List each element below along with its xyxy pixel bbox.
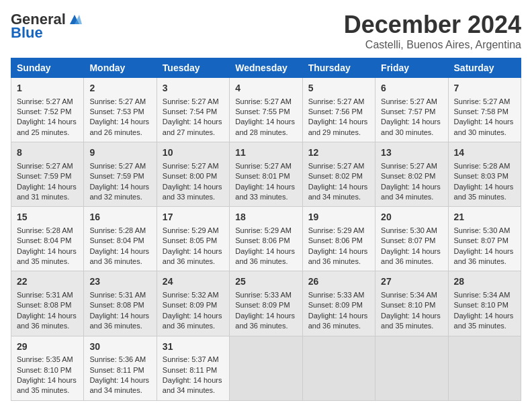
logo-blue: Blue	[11, 24, 43, 42]
calendar-cell: 17Sunrise: 5:29 AMSunset: 8:05 PMDayligh…	[157, 207, 229, 271]
daylight-label: Daylight: 14 hours and 29 minutes.	[308, 118, 368, 136]
sunset-label: Sunset: 8:11 PM	[89, 366, 144, 374]
sunrise-label: Sunrise: 5:30 AM	[454, 226, 511, 234]
daylight-label: Daylight: 14 hours and 34 minutes.	[89, 376, 149, 394]
calendar-cell: 30Sunrise: 5:36 AMSunset: 8:11 PMDayligh…	[84, 336, 157, 400]
calendar-cell: 27Sunrise: 5:34 AMSunset: 8:10 PMDayligh…	[375, 271, 448, 336]
sunset-label: Sunset: 8:10 PM	[17, 366, 71, 374]
sunset-label: Sunset: 8:08 PM	[17, 301, 71, 309]
calendar-cell: 20Sunrise: 5:30 AMSunset: 8:07 PMDayligh…	[375, 207, 448, 271]
sunrise-label: Sunrise: 5:28 AM	[454, 162, 511, 170]
day-number: 28	[454, 275, 515, 289]
day-number: 9	[89, 146, 150, 160]
sunset-label: Sunset: 8:07 PM	[381, 236, 435, 244]
sunset-label: Sunset: 8:03 PM	[454, 172, 508, 180]
calendar-cell: 24Sunrise: 5:32 AMSunset: 8:09 PMDayligh…	[157, 271, 229, 336]
sunrise-label: Sunrise: 5:33 AM	[235, 291, 292, 299]
day-number: 23	[89, 275, 150, 289]
sunset-label: Sunset: 7:57 PM	[381, 107, 435, 116]
page-header: General Blue December 2024 Castelli, Bue…	[11, 11, 521, 51]
logo-icon	[67, 12, 82, 27]
sunset-label: Sunset: 8:01 PM	[235, 172, 290, 180]
calendar-cell: 26Sunrise: 5:33 AMSunset: 8:09 PMDayligh…	[302, 271, 375, 336]
day-number: 7	[454, 82, 515, 95]
sunrise-label: Sunrise: 5:27 AM	[308, 97, 365, 105]
sunset-label: Sunset: 8:04 PM	[89, 236, 144, 244]
daylight-label: Daylight: 14 hours and 28 minutes.	[235, 118, 295, 136]
sunrise-label: Sunrise: 5:29 AM	[235, 226, 292, 234]
weekday-header-thursday: Thursday	[302, 58, 375, 78]
day-number: 14	[454, 146, 515, 160]
weekday-header-saturday: Saturday	[448, 58, 521, 78]
calendar-cell: 11Sunrise: 5:27 AMSunset: 8:01 PMDayligh…	[230, 142, 302, 207]
sunset-label: Sunset: 8:05 PM	[163, 236, 217, 244]
calendar-cell	[375, 336, 448, 400]
daylight-label: Daylight: 14 hours and 35 minutes.	[381, 312, 441, 330]
day-number: 5	[308, 82, 369, 95]
calendar-week-row: 8Sunrise: 5:27 AMSunset: 7:59 PMDaylight…	[11, 142, 521, 207]
calendar-cell: 31Sunrise: 5:37 AMSunset: 8:11 PMDayligh…	[157, 336, 229, 400]
daylight-label: Daylight: 14 hours and 36 minutes.	[17, 312, 77, 330]
sunrise-label: Sunrise: 5:29 AM	[163, 226, 219, 234]
calendar-cell: 12Sunrise: 5:27 AMSunset: 8:02 PMDayligh…	[302, 142, 375, 207]
sunset-label: Sunset: 7:59 PM	[17, 172, 71, 180]
sunset-label: Sunset: 8:10 PM	[381, 301, 435, 309]
sunrise-label: Sunrise: 5:27 AM	[235, 162, 292, 170]
day-number: 11	[235, 146, 296, 160]
sunrise-label: Sunrise: 5:28 AM	[89, 226, 146, 234]
daylight-label: Daylight: 14 hours and 32 minutes.	[89, 183, 149, 201]
sunset-label: Sunset: 7:53 PM	[89, 107, 144, 116]
daylight-label: Daylight: 14 hours and 36 minutes.	[163, 312, 222, 330]
calendar-cell: 5Sunrise: 5:27 AMSunset: 7:56 PMDaylight…	[302, 78, 375, 142]
daylight-label: Daylight: 14 hours and 30 minutes.	[454, 118, 514, 136]
calendar-cell	[302, 336, 375, 400]
sunrise-label: Sunrise: 5:36 AM	[89, 355, 146, 363]
daylight-label: Daylight: 14 hours and 34 minutes.	[163, 376, 222, 394]
calendar-cell: 15Sunrise: 5:28 AMSunset: 8:04 PMDayligh…	[11, 207, 84, 271]
sunset-label: Sunset: 8:09 PM	[163, 301, 217, 309]
daylight-label: Daylight: 14 hours and 35 minutes.	[17, 376, 77, 394]
day-number: 4	[235, 82, 296, 95]
sunrise-label: Sunrise: 5:27 AM	[308, 162, 365, 170]
sunrise-label: Sunrise: 5:27 AM	[89, 97, 146, 105]
calendar-cell: 14Sunrise: 5:28 AMSunset: 8:03 PMDayligh…	[448, 142, 521, 207]
calendar-cell: 13Sunrise: 5:27 AMSunset: 8:02 PMDayligh…	[375, 142, 448, 207]
location-title: Castelli, Buenos Aires, Argentina	[344, 39, 521, 51]
calendar-cell	[448, 336, 521, 400]
daylight-label: Daylight: 14 hours and 34 minutes.	[381, 183, 441, 201]
daylight-label: Daylight: 14 hours and 30 minutes.	[381, 118, 441, 136]
day-number: 13	[381, 146, 442, 160]
daylight-label: Daylight: 14 hours and 27 minutes.	[163, 118, 222, 136]
calendar-cell: 22Sunrise: 5:31 AMSunset: 8:08 PMDayligh…	[11, 271, 84, 336]
daylight-label: Daylight: 14 hours and 36 minutes.	[89, 247, 149, 265]
sunrise-label: Sunrise: 5:29 AM	[308, 226, 365, 234]
daylight-label: Daylight: 14 hours and 34 minutes.	[308, 183, 368, 201]
sunrise-label: Sunrise: 5:31 AM	[17, 291, 73, 299]
day-number: 16	[89, 211, 150, 224]
calendar-cell: 21Sunrise: 5:30 AMSunset: 8:07 PMDayligh…	[448, 207, 521, 271]
day-number: 17	[163, 211, 224, 224]
calendar-cell: 18Sunrise: 5:29 AMSunset: 8:06 PMDayligh…	[230, 207, 302, 271]
month-title: December 2024	[344, 11, 521, 39]
weekday-header-friday: Friday	[375, 58, 448, 78]
sunrise-label: Sunrise: 5:30 AM	[381, 226, 437, 234]
sunset-label: Sunset: 7:59 PM	[89, 172, 144, 180]
sunrise-label: Sunrise: 5:34 AM	[381, 291, 437, 299]
day-number: 20	[381, 211, 442, 224]
sunrise-label: Sunrise: 5:32 AM	[163, 291, 219, 299]
calendar-cell: 23Sunrise: 5:31 AMSunset: 8:08 PMDayligh…	[84, 271, 157, 336]
sunset-label: Sunset: 8:09 PM	[235, 301, 290, 309]
day-number: 30	[89, 340, 150, 354]
day-number: 26	[308, 275, 369, 289]
sunrise-label: Sunrise: 5:35 AM	[17, 355, 73, 363]
daylight-label: Daylight: 14 hours and 35 minutes.	[454, 312, 514, 330]
day-number: 24	[163, 275, 224, 289]
calendar-cell: 16Sunrise: 5:28 AMSunset: 8:04 PMDayligh…	[84, 207, 157, 271]
daylight-label: Daylight: 14 hours and 36 minutes.	[163, 247, 222, 265]
day-number: 27	[381, 275, 442, 289]
calendar-cell: 28Sunrise: 5:34 AMSunset: 8:10 PMDayligh…	[448, 271, 521, 336]
calendar-cell: 7Sunrise: 5:27 AMSunset: 7:58 PMDaylight…	[448, 78, 521, 142]
sunrise-label: Sunrise: 5:33 AM	[308, 291, 365, 299]
sunrise-label: Sunrise: 5:28 AM	[17, 226, 73, 234]
day-number: 21	[454, 211, 515, 224]
